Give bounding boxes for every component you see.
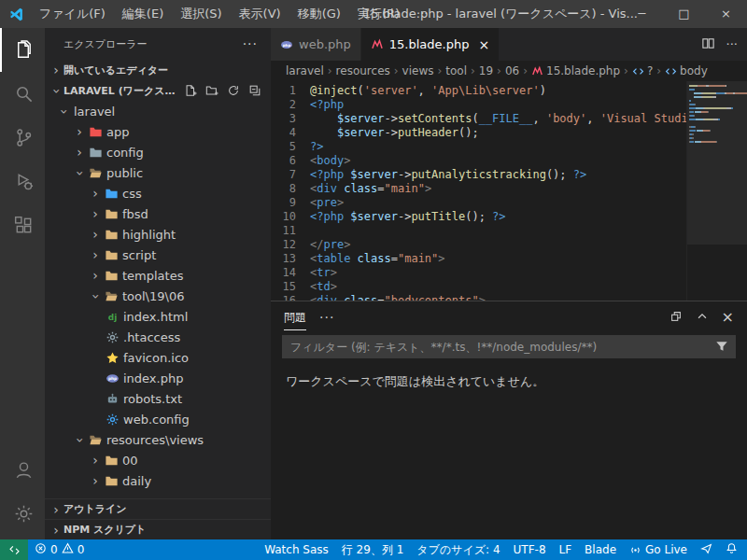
status-encoding[interactable]: UTF-8 bbox=[507, 539, 553, 560]
breadcrumb-item[interactable]: 15.blade.php bbox=[531, 64, 620, 77]
close-panel-icon[interactable]: × bbox=[722, 311, 734, 324]
workspace-section[interactable]: › LARAVEL (ワークスペー... bbox=[45, 80, 271, 101]
tree-item[interactable]: ›app bbox=[45, 121, 271, 142]
maximize-button[interactable]: □ bbox=[663, 0, 705, 28]
tree-item[interactable]: favicon.ico bbox=[45, 347, 271, 368]
tree-item[interactable]: ›templates bbox=[45, 265, 271, 286]
blade-icon bbox=[531, 65, 543, 77]
code-line: $server->putHeader(); bbox=[310, 126, 686, 140]
line-number: 9 bbox=[271, 196, 310, 210]
breadcrumb-item[interactable]: ? bbox=[632, 64, 653, 77]
status-cursor-position[interactable]: 行 29、列 1 bbox=[335, 539, 411, 560]
tree-item[interactable]: ›tool\19\06 bbox=[45, 286, 271, 306]
line-number: 13 bbox=[271, 252, 310, 266]
account-icon bbox=[13, 459, 35, 481]
notifications[interactable] bbox=[719, 539, 747, 560]
tab-bar: phpweb.php15.blade.php× ··· bbox=[271, 28, 747, 61]
breadcrumb-item[interactable]: views bbox=[402, 64, 434, 77]
tree-item[interactable]: ›css bbox=[45, 183, 271, 203]
close-tab-icon[interactable]: × bbox=[478, 37, 489, 52]
tree-item[interactable]: ›resources\views bbox=[45, 429, 271, 450]
activity-settings[interactable] bbox=[0, 492, 45, 536]
tree-item[interactable]: djindex.html bbox=[45, 306, 271, 327]
folder-icon bbox=[87, 125, 104, 139]
menu-file[interactable]: ファイル(F) bbox=[31, 0, 114, 28]
extensions-icon bbox=[13, 215, 35, 236]
menu-view[interactable]: 表示(V) bbox=[231, 0, 289, 28]
tree-item[interactable]: .htaccess bbox=[45, 327, 271, 347]
activity-search[interactable] bbox=[0, 72, 45, 116]
svg-text:dj: dj bbox=[107, 313, 116, 322]
restore-panel-icon[interactable] bbox=[669, 310, 683, 326]
split-editor-icon[interactable] bbox=[701, 36, 715, 53]
breadcrumb-separator: › bbox=[624, 64, 628, 77]
chevron-right-icon: › bbox=[72, 145, 87, 160]
tree-item[interactable]: ›laravel bbox=[45, 101, 271, 121]
menu-edit[interactable]: 編集(E) bbox=[114, 0, 172, 28]
chevron-down-icon: › bbox=[73, 166, 88, 181]
folder-icon bbox=[103, 248, 120, 262]
minimap[interactable] bbox=[686, 81, 747, 301]
editor-more-actions-icon[interactable]: ··· bbox=[726, 37, 738, 51]
sidebar-more-actions-icon[interactable]: ··· bbox=[243, 36, 258, 51]
new-folder-icon[interactable] bbox=[205, 84, 218, 97]
problems-filter-input[interactable] bbox=[282, 335, 736, 358]
line-numbers: 12345678910111213141516 bbox=[271, 81, 310, 301]
tree-item[interactable]: robots.txt bbox=[45, 388, 271, 409]
chevron-right-icon: › bbox=[72, 124, 87, 139]
folder-open-icon bbox=[87, 433, 104, 447]
tree-item[interactable]: ›fbsd bbox=[45, 203, 271, 224]
activity-explorer[interactable] bbox=[0, 28, 45, 72]
symbol-icon bbox=[665, 65, 677, 77]
line-number: 14 bbox=[271, 266, 310, 280]
activity-run-debug[interactable] bbox=[0, 160, 45, 203]
tree-item[interactable]: ›daily bbox=[45, 470, 271, 491]
status-go-live[interactable]: Go Live bbox=[623, 539, 694, 560]
activity-source-control[interactable] bbox=[0, 116, 45, 160]
send-feedback[interactable] bbox=[694, 539, 719, 560]
breadcrumb-separator: › bbox=[394, 64, 399, 77]
tree-item[interactable]: ›highlight bbox=[45, 224, 271, 245]
npm-scripts-section[interactable]: › NPM スクリプト bbox=[45, 519, 271, 539]
tab-web.php[interactable]: phpweb.php bbox=[271, 28, 361, 61]
warning-icon bbox=[62, 542, 74, 557]
problems-status[interactable]: 0 0 bbox=[28, 539, 91, 560]
collapse-all-icon[interactable] bbox=[248, 84, 261, 97]
tab-problems[interactable]: 問題 bbox=[284, 304, 306, 330]
status-watch-sass[interactable]: Watch Sass bbox=[258, 539, 335, 560]
tree-item[interactable]: ›config bbox=[45, 142, 271, 162]
broadcast-icon bbox=[629, 544, 641, 556]
breadcrumb-item[interactable]: 19 bbox=[479, 64, 493, 77]
remote-indicator[interactable] bbox=[0, 539, 28, 560]
tree-item[interactable]: phpindex.php bbox=[45, 368, 271, 388]
menu-selection[interactable]: 選択(S) bbox=[172, 0, 230, 28]
chevron-down-icon: › bbox=[49, 84, 64, 99]
close-button[interactable]: × bbox=[705, 0, 747, 28]
breadcrumb-item[interactable]: 06 bbox=[505, 64, 519, 77]
outline-section[interactable]: › アウトライン bbox=[45, 498, 271, 519]
tree-item[interactable]: ›public bbox=[45, 162, 271, 183]
breadcrumb-item[interactable]: tool bbox=[445, 64, 467, 77]
workspace-actions bbox=[184, 84, 271, 97]
open-editors-section[interactable]: › 開いているエディター bbox=[45, 60, 271, 80]
activity-extensions[interactable] bbox=[0, 203, 45, 247]
breadcrumb-item[interactable]: resources bbox=[336, 64, 390, 77]
menu-go[interactable]: 移動(G) bbox=[289, 0, 349, 28]
tree-item[interactable]: ›00 bbox=[45, 450, 271, 470]
panel-more-actions-icon[interactable]: ··· bbox=[319, 310, 334, 325]
status-eol[interactable]: LF bbox=[553, 539, 579, 560]
new-file-icon[interactable] bbox=[184, 84, 197, 97]
breadcrumb-item[interactable]: laravel bbox=[286, 64, 324, 77]
explorer-sidebar: エクスプローラー ··· › 開いているエディター › LARAVEL (ワーク… bbox=[45, 28, 271, 539]
tree-item[interactable]: ›script bbox=[45, 245, 271, 265]
tree-item[interactable]: web.config bbox=[45, 409, 271, 429]
status-language-mode[interactable]: Blade bbox=[578, 539, 623, 560]
code-editor[interactable]: 12345678910111213141516 @inject('server'… bbox=[271, 81, 747, 301]
maximize-panel-icon[interactable] bbox=[696, 310, 709, 326]
search-icon bbox=[13, 83, 35, 105]
tab-15.blade.php[interactable]: 15.blade.php× bbox=[361, 28, 500, 61]
breadcrumb-item[interactable]: body bbox=[665, 64, 708, 77]
refresh-icon[interactable] bbox=[227, 84, 240, 97]
activity-account[interactable] bbox=[0, 448, 45, 492]
status-tab-size[interactable]: タブのサイズ: 4 bbox=[410, 539, 506, 560]
